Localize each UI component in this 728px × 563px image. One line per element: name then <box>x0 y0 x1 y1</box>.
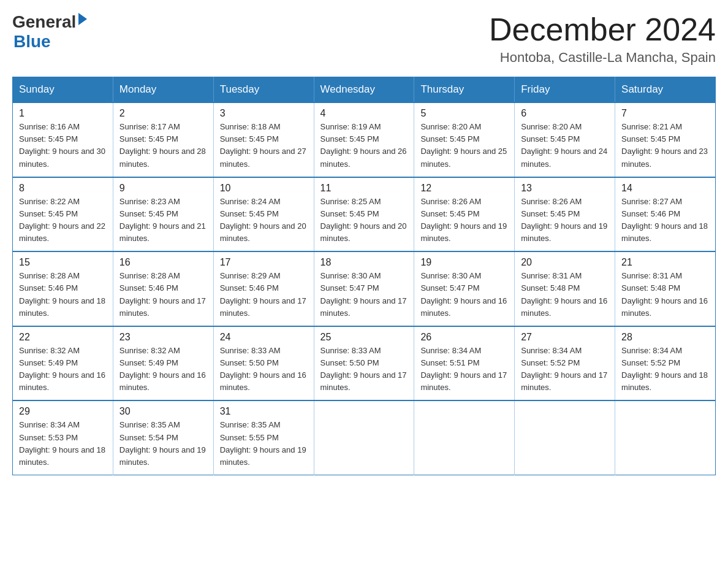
day-number: 31 <box>220 406 308 417</box>
day-info: Sunrise: 8:27 AMSunset: 5:46 PMDaylight:… <box>621 197 708 243</box>
day-cell-18: 18Sunrise: 8:30 AMSunset: 5:47 PMDayligh… <box>314 251 414 326</box>
empty-cell <box>615 400 716 475</box>
day-cell-17: 17Sunrise: 8:29 AMSunset: 5:46 PMDayligh… <box>213 251 314 326</box>
day-cell-9: 9Sunrise: 8:23 AMSunset: 5:45 PMDaylight… <box>113 177 213 252</box>
page-title: December 2024 <box>489 12 716 47</box>
day-cell-2: 2Sunrise: 8:17 AMSunset: 5:45 PMDaylight… <box>113 102 213 177</box>
empty-cell <box>414 400 515 475</box>
day-info: Sunrise: 8:22 AMSunset: 5:45 PMDaylight:… <box>19 197 105 243</box>
day-number: 7 <box>621 108 709 119</box>
day-number: 30 <box>119 406 207 417</box>
day-info: Sunrise: 8:20 AMSunset: 5:45 PMDaylight:… <box>420 122 507 168</box>
day-number: 15 <box>19 257 107 268</box>
day-number: 23 <box>119 332 207 343</box>
day-number: 26 <box>420 332 508 343</box>
day-cell-8: 8Sunrise: 8:22 AMSunset: 5:45 PMDaylight… <box>13 177 113 252</box>
day-cell-1: 1Sunrise: 8:16 AMSunset: 5:45 PMDaylight… <box>13 102 113 177</box>
day-info: Sunrise: 8:25 AMSunset: 5:45 PMDaylight:… <box>320 197 407 243</box>
day-cell-20: 20Sunrise: 8:31 AMSunset: 5:48 PMDayligh… <box>515 251 615 326</box>
empty-cell <box>314 400 414 475</box>
header-wednesday: Wednesday <box>314 77 414 103</box>
day-info: Sunrise: 8:26 AMSunset: 5:45 PMDaylight:… <box>521 197 607 243</box>
day-number: 10 <box>220 183 308 194</box>
day-info: Sunrise: 8:34 AMSunset: 5:52 PMDaylight:… <box>521 346 607 392</box>
day-number: 24 <box>220 332 308 343</box>
day-info: Sunrise: 8:24 AMSunset: 5:45 PMDaylight:… <box>220 197 306 243</box>
day-cell-14: 14Sunrise: 8:27 AMSunset: 5:46 PMDayligh… <box>615 177 716 252</box>
header-friday: Friday <box>515 77 615 103</box>
week-row-5: 29Sunrise: 8:34 AMSunset: 5:53 PMDayligh… <box>13 400 716 475</box>
day-number: 14 <box>621 183 709 194</box>
day-cell-5: 5Sunrise: 8:20 AMSunset: 5:45 PMDaylight… <box>414 102 515 177</box>
day-info: Sunrise: 8:17 AMSunset: 5:45 PMDaylight:… <box>119 122 206 168</box>
logo: General Blue <box>12 12 87 52</box>
day-cell-23: 23Sunrise: 8:32 AMSunset: 5:49 PMDayligh… <box>113 326 213 401</box>
header-saturday: Saturday <box>615 77 716 103</box>
day-cell-12: 12Sunrise: 8:26 AMSunset: 5:45 PMDayligh… <box>414 177 515 252</box>
logo-general: General <box>12 12 76 32</box>
day-cell-27: 27Sunrise: 8:34 AMSunset: 5:52 PMDayligh… <box>515 326 615 401</box>
day-number: 8 <box>19 183 107 194</box>
day-cell-11: 11Sunrise: 8:25 AMSunset: 5:45 PMDayligh… <box>314 177 414 252</box>
day-info: Sunrise: 8:16 AMSunset: 5:45 PMDaylight:… <box>19 122 105 168</box>
header-monday: Monday <box>113 77 213 103</box>
day-cell-10: 10Sunrise: 8:24 AMSunset: 5:45 PMDayligh… <box>213 177 314 252</box>
calendar-table: SundayMondayTuesdayWednesdayThursdayFrid… <box>12 77 716 475</box>
day-cell-7: 7Sunrise: 8:21 AMSunset: 5:45 PMDaylight… <box>615 102 716 177</box>
day-info: Sunrise: 8:35 AMSunset: 5:54 PMDaylight:… <box>119 420 206 466</box>
day-number: 6 <box>521 108 609 119</box>
header-sunday: Sunday <box>13 77 113 103</box>
day-cell-28: 28Sunrise: 8:34 AMSunset: 5:52 PMDayligh… <box>615 326 716 401</box>
day-number: 2 <box>119 108 207 119</box>
day-number: 4 <box>320 108 408 119</box>
page-header: General Blue December 2024 Hontoba, Cast… <box>12 12 716 66</box>
empty-cell <box>515 400 615 475</box>
day-info: Sunrise: 8:31 AMSunset: 5:48 PMDaylight:… <box>521 271 607 317</box>
day-number: 1 <box>19 108 107 119</box>
day-info: Sunrise: 8:32 AMSunset: 5:49 PMDaylight:… <box>119 346 206 392</box>
day-info: Sunrise: 8:30 AMSunset: 5:47 PMDaylight:… <box>320 271 407 317</box>
day-cell-25: 25Sunrise: 8:33 AMSunset: 5:50 PMDayligh… <box>314 326 414 401</box>
day-number: 13 <box>521 183 609 194</box>
day-cell-19: 19Sunrise: 8:30 AMSunset: 5:47 PMDayligh… <box>414 251 515 326</box>
day-cell-15: 15Sunrise: 8:28 AMSunset: 5:46 PMDayligh… <box>13 251 113 326</box>
day-number: 27 <box>521 332 609 343</box>
day-info: Sunrise: 8:20 AMSunset: 5:45 PMDaylight:… <box>521 122 607 168</box>
day-cell-6: 6Sunrise: 8:20 AMSunset: 5:45 PMDaylight… <box>515 102 615 177</box>
day-number: 22 <box>19 332 107 343</box>
day-cell-26: 26Sunrise: 8:34 AMSunset: 5:51 PMDayligh… <box>414 326 515 401</box>
week-row-4: 22Sunrise: 8:32 AMSunset: 5:49 PMDayligh… <box>13 326 716 401</box>
day-info: Sunrise: 8:29 AMSunset: 5:46 PMDaylight:… <box>220 271 306 317</box>
day-number: 18 <box>320 257 408 268</box>
day-cell-22: 22Sunrise: 8:32 AMSunset: 5:49 PMDayligh… <box>13 326 113 401</box>
week-row-1: 1Sunrise: 8:16 AMSunset: 5:45 PMDaylight… <box>13 102 716 177</box>
day-info: Sunrise: 8:33 AMSunset: 5:50 PMDaylight:… <box>320 346 407 392</box>
day-cell-16: 16Sunrise: 8:28 AMSunset: 5:46 PMDayligh… <box>113 251 213 326</box>
day-number: 28 <box>621 332 709 343</box>
calendar-header-row: SundayMondayTuesdayWednesdayThursdayFrid… <box>13 77 716 103</box>
day-number: 29 <box>19 406 107 417</box>
day-cell-31: 31Sunrise: 8:35 AMSunset: 5:55 PMDayligh… <box>213 400 314 475</box>
day-info: Sunrise: 8:28 AMSunset: 5:46 PMDaylight:… <box>19 271 105 317</box>
header-thursday: Thursday <box>414 77 515 103</box>
day-number: 25 <box>320 332 408 343</box>
day-info: Sunrise: 8:35 AMSunset: 5:55 PMDaylight:… <box>220 420 306 466</box>
day-number: 21 <box>621 257 709 268</box>
day-number: 3 <box>220 108 308 119</box>
day-info: Sunrise: 8:23 AMSunset: 5:45 PMDaylight:… <box>119 197 206 243</box>
day-info: Sunrise: 8:34 AMSunset: 5:53 PMDaylight:… <box>19 420 105 466</box>
day-number: 19 <box>420 257 508 268</box>
day-cell-29: 29Sunrise: 8:34 AMSunset: 5:53 PMDayligh… <box>13 400 113 475</box>
page-subtitle: Hontoba, Castille-La Mancha, Spain <box>489 50 716 66</box>
day-info: Sunrise: 8:32 AMSunset: 5:49 PMDaylight:… <box>19 346 105 392</box>
day-info: Sunrise: 8:19 AMSunset: 5:45 PMDaylight:… <box>320 122 407 168</box>
day-info: Sunrise: 8:26 AMSunset: 5:45 PMDaylight:… <box>420 197 507 243</box>
week-row-3: 15Sunrise: 8:28 AMSunset: 5:46 PMDayligh… <box>13 251 716 326</box>
day-number: 12 <box>420 183 508 194</box>
day-cell-13: 13Sunrise: 8:26 AMSunset: 5:45 PMDayligh… <box>515 177 615 252</box>
day-cell-24: 24Sunrise: 8:33 AMSunset: 5:50 PMDayligh… <box>213 326 314 401</box>
day-cell-21: 21Sunrise: 8:31 AMSunset: 5:48 PMDayligh… <box>615 251 716 326</box>
day-number: 20 <box>521 257 609 268</box>
day-number: 9 <box>119 183 207 194</box>
day-info: Sunrise: 8:21 AMSunset: 5:45 PMDaylight:… <box>621 122 708 168</box>
